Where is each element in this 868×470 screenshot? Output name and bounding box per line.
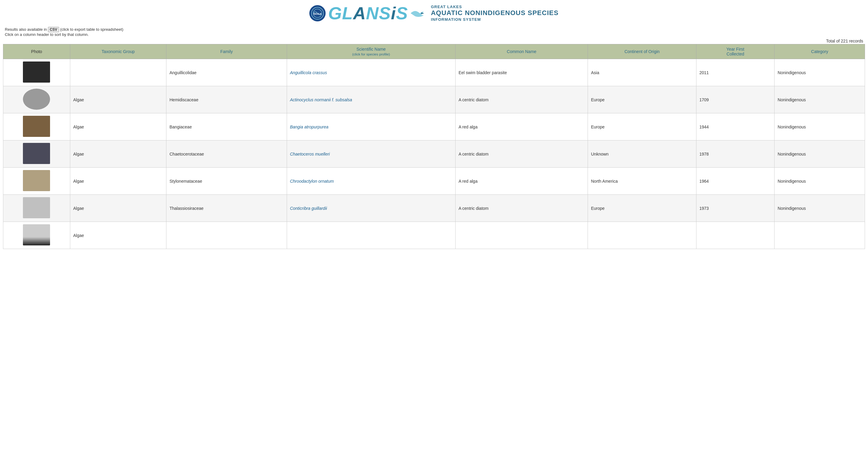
continent-cell: Unknown [588,140,696,168]
continent-cell [588,222,696,249]
year-cell: 1978 [696,140,775,168]
continent-cell: Europe [588,86,696,113]
family-cell: Thalassiosiraceae [166,195,287,222]
species-photo [23,197,50,218]
table-row: Algae [3,222,865,249]
species-link[interactable]: Actinocyclus normanii f. subsalsa [290,97,352,102]
family-cell: Stylonemataceae [166,168,287,195]
species-photo [23,224,50,245]
table-row: AlgaeBangiaceaeBangia atropurpureaA red … [3,113,865,140]
common-name-cell: A red alga [455,113,588,140]
category-cell: Nonindigenous [775,113,865,140]
photo-cell [3,86,70,113]
common-name-cell: A red alga [455,168,588,195]
year-cell [696,222,775,249]
results-table-wrapper: Photo Taxonomic Group Family Scientific … [0,44,868,249]
family-cell [166,222,287,249]
csv-button[interactable]: CSV [48,27,59,32]
total-records: Total of 221 records [0,38,868,44]
col-header-common[interactable]: Common Name [455,44,588,59]
photo-cell [3,140,70,168]
category-cell [775,222,865,249]
species-link[interactable]: Bangia atropurpurea [290,125,329,129]
species-photo [23,116,50,137]
category-cell: Nonindigenous [775,59,865,86]
species-photo [23,62,50,83]
year-cell: 1973 [696,195,775,222]
taxgroup-cell: Algae [70,86,166,113]
continent-cell: Asia [588,59,696,86]
table-header-row: Photo Taxonomic Group Family Scientific … [3,44,865,59]
category-cell: Nonindigenous [775,140,865,168]
category-cell: Nonindigenous [775,195,865,222]
fish-arrow-icon [409,6,424,21]
col-header-photo[interactable]: Photo [3,44,70,59]
toolbar: Results also available in CSV (click to … [0,26,868,38]
continent-cell: Europe [588,113,696,140]
title-great-lakes: GREAT LAKES [431,4,462,9]
photo-cell [3,195,70,222]
taxgroup-cell: Algae [70,222,166,249]
sort-instruction: Click on a column header to sort by that… [5,32,863,37]
family-cell: Bangiaceae [166,113,287,140]
page-header: NOAA GLANSiS GREAT LAKES AQUATIC NONINDI… [0,0,868,26]
table-row: AlgaeStylonemataceaeChroodactylon ornatu… [3,168,865,195]
common-name-cell: A centric diatom [455,195,588,222]
svg-text:NOAA: NOAA [314,12,322,15]
photo-cell [3,222,70,249]
family-cell: Chaetocerotaceae [166,140,287,168]
species-photo [23,89,50,110]
year-cell: 1709 [696,86,775,113]
species-link[interactable]: Chaetoceros muelleri [290,152,330,156]
taxgroup-cell [70,59,166,86]
col-header-sciname[interactable]: Scientific Name(click for species profil… [287,44,455,59]
results-table: Photo Taxonomic Group Family Scientific … [3,44,865,249]
col-header-year[interactable]: Year FirstCollected [696,44,775,59]
table-row: AlgaeChaetocerotaceaeChaetoceros mueller… [3,140,865,168]
year-cell: 2011 [696,59,775,86]
species-photo [23,170,50,191]
species-link[interactable]: Conticribra guillardii [290,206,327,211]
table-row: AlgaeHemidiscaceaeActinocyclus normanii … [3,86,865,113]
species-link[interactable]: Anguillicola crassus [290,70,327,75]
site-title: GREAT LAKES AQUATIC NONINDIGENOUS SPECIE… [431,4,558,22]
category-cell: Nonindigenous [775,168,865,195]
sciname-cell[interactable] [287,222,455,249]
year-cell: 1944 [696,113,775,140]
glansis-letters: GLANSiS [328,3,408,23]
sciname-cell[interactable]: Bangia atropurpurea [287,113,455,140]
table-row: AlgaeThalassiosiraceaeConticribra guilla… [3,195,865,222]
col-header-category[interactable]: Category [775,44,865,59]
logo-container: NOAA GLANSiS GREAT LAKES AQUATIC NONINDI… [309,3,558,23]
photo-cell [3,168,70,195]
photo-cell [3,113,70,140]
common-name-cell [455,222,588,249]
common-name-cell: A centric diatom [455,140,588,168]
taxgroup-cell: Algae [70,195,166,222]
photo-cell [3,59,70,86]
title-info: INFORMATION SYSTEM [431,17,481,22]
sciname-cell[interactable]: Actinocyclus normanii f. subsalsa [287,86,455,113]
col-header-family[interactable]: Family [166,44,287,59]
taxgroup-cell: Algae [70,113,166,140]
col-header-taxgroup[interactable]: Taxonomic Group [70,44,166,59]
continent-cell: Europe [588,195,696,222]
export-line: Results also available in CSV (click to … [5,27,863,32]
title-aquatic: AQUATIC NONINDIGENOUS SPECIES [431,9,558,17]
col-header-continent[interactable]: Continent of Origin [588,44,696,59]
category-cell: Nonindigenous [775,86,865,113]
continent-cell: North America [588,168,696,195]
sciname-cell[interactable]: Chroodactylon ornatum [287,168,455,195]
sciname-cell[interactable]: Anguillicola crassus [287,59,455,86]
export-text-after: (click to export table to spreadsheet) [60,27,123,32]
noaa-logo: NOAA [309,5,326,22]
glansis-logo-text: GLANSiS [328,3,424,23]
common-name-cell: Eel swim bladder parasite [455,59,588,86]
taxgroup-cell: Algae [70,168,166,195]
family-cell: Hemidiscaceae [166,86,287,113]
species-link[interactable]: Chroodactylon ornatum [290,179,334,184]
sciname-cell[interactable]: Conticribra guillardii [287,195,455,222]
sciname-cell[interactable]: Chaetoceros muelleri [287,140,455,168]
year-cell: 1964 [696,168,775,195]
taxgroup-cell: Algae [70,140,166,168]
